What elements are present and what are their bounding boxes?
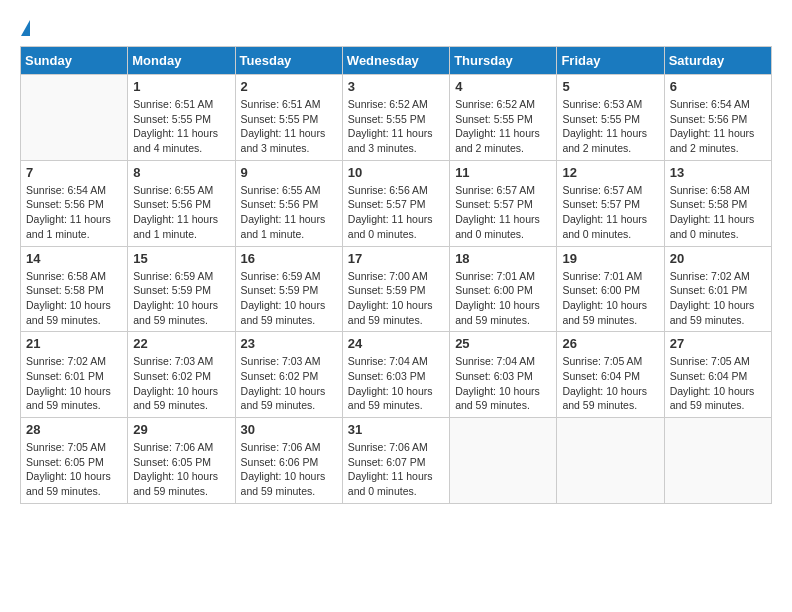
day-info: Sunrise: 7:06 AMSunset: 6:05 PMDaylight:… [133, 440, 229, 499]
day-number: 8 [133, 165, 229, 180]
day-number: 9 [241, 165, 337, 180]
day-number: 12 [562, 165, 658, 180]
calendar-cell: 13Sunrise: 6:58 AMSunset: 5:58 PMDayligh… [664, 160, 771, 246]
day-info: Sunrise: 6:55 AMSunset: 5:56 PMDaylight:… [241, 183, 337, 242]
day-number: 18 [455, 251, 551, 266]
day-number: 3 [348, 79, 444, 94]
day-number: 17 [348, 251, 444, 266]
day-info: Sunrise: 7:05 AMSunset: 6:05 PMDaylight:… [26, 440, 122, 499]
day-number: 27 [670, 336, 766, 351]
calendar-cell: 15Sunrise: 6:59 AMSunset: 5:59 PMDayligh… [128, 246, 235, 332]
day-number: 6 [670, 79, 766, 94]
day-info: Sunrise: 6:55 AMSunset: 5:56 PMDaylight:… [133, 183, 229, 242]
day-info: Sunrise: 6:59 AMSunset: 5:59 PMDaylight:… [241, 269, 337, 328]
day-info: Sunrise: 6:57 AMSunset: 5:57 PMDaylight:… [455, 183, 551, 242]
logo [20, 20, 30, 36]
day-info: Sunrise: 7:06 AMSunset: 6:06 PMDaylight:… [241, 440, 337, 499]
calendar-cell: 9Sunrise: 6:55 AMSunset: 5:56 PMDaylight… [235, 160, 342, 246]
day-info: Sunrise: 7:01 AMSunset: 6:00 PMDaylight:… [455, 269, 551, 328]
day-number: 26 [562, 336, 658, 351]
calendar-cell: 19Sunrise: 7:01 AMSunset: 6:00 PMDayligh… [557, 246, 664, 332]
day-info: Sunrise: 7:06 AMSunset: 6:07 PMDaylight:… [348, 440, 444, 499]
calendar-cell: 3Sunrise: 6:52 AMSunset: 5:55 PMDaylight… [342, 75, 449, 161]
calendar-cell: 27Sunrise: 7:05 AMSunset: 6:04 PMDayligh… [664, 332, 771, 418]
col-header-tuesday: Tuesday [235, 47, 342, 75]
day-number: 31 [348, 422, 444, 437]
col-header-wednesday: Wednesday [342, 47, 449, 75]
day-number: 29 [133, 422, 229, 437]
calendar-cell: 16Sunrise: 6:59 AMSunset: 5:59 PMDayligh… [235, 246, 342, 332]
day-info: Sunrise: 6:53 AMSunset: 5:55 PMDaylight:… [562, 97, 658, 156]
day-info: Sunrise: 6:58 AMSunset: 5:58 PMDaylight:… [670, 183, 766, 242]
col-header-saturday: Saturday [664, 47, 771, 75]
day-info: Sunrise: 6:52 AMSunset: 5:55 PMDaylight:… [455, 97, 551, 156]
day-info: Sunrise: 7:03 AMSunset: 6:02 PMDaylight:… [241, 354, 337, 413]
day-number: 11 [455, 165, 551, 180]
calendar-cell: 12Sunrise: 6:57 AMSunset: 5:57 PMDayligh… [557, 160, 664, 246]
day-info: Sunrise: 7:02 AMSunset: 6:01 PMDaylight:… [26, 354, 122, 413]
day-number: 10 [348, 165, 444, 180]
calendar-cell: 24Sunrise: 7:04 AMSunset: 6:03 PMDayligh… [342, 332, 449, 418]
day-info: Sunrise: 6:51 AMSunset: 5:55 PMDaylight:… [241, 97, 337, 156]
calendar-cell: 29Sunrise: 7:06 AMSunset: 6:05 PMDayligh… [128, 418, 235, 504]
day-number: 20 [670, 251, 766, 266]
calendar-cell [664, 418, 771, 504]
day-number: 23 [241, 336, 337, 351]
day-info: Sunrise: 6:54 AMSunset: 5:56 PMDaylight:… [26, 183, 122, 242]
calendar-week-2: 7Sunrise: 6:54 AMSunset: 5:56 PMDaylight… [21, 160, 772, 246]
day-info: Sunrise: 7:03 AMSunset: 6:02 PMDaylight:… [133, 354, 229, 413]
calendar-cell: 10Sunrise: 6:56 AMSunset: 5:57 PMDayligh… [342, 160, 449, 246]
day-number: 4 [455, 79, 551, 94]
day-info: Sunrise: 6:57 AMSunset: 5:57 PMDaylight:… [562, 183, 658, 242]
calendar-cell: 21Sunrise: 7:02 AMSunset: 6:01 PMDayligh… [21, 332, 128, 418]
col-header-thursday: Thursday [450, 47, 557, 75]
calendar-table: SundayMondayTuesdayWednesdayThursdayFrid… [20, 46, 772, 504]
calendar-cell: 1Sunrise: 6:51 AMSunset: 5:55 PMDaylight… [128, 75, 235, 161]
calendar-cell: 4Sunrise: 6:52 AMSunset: 5:55 PMDaylight… [450, 75, 557, 161]
col-header-friday: Friday [557, 47, 664, 75]
page-header [20, 20, 772, 36]
day-info: Sunrise: 6:58 AMSunset: 5:58 PMDaylight:… [26, 269, 122, 328]
day-number: 2 [241, 79, 337, 94]
day-number: 13 [670, 165, 766, 180]
day-number: 7 [26, 165, 122, 180]
calendar-cell: 31Sunrise: 7:06 AMSunset: 6:07 PMDayligh… [342, 418, 449, 504]
calendar-cell: 25Sunrise: 7:04 AMSunset: 6:03 PMDayligh… [450, 332, 557, 418]
day-info: Sunrise: 6:51 AMSunset: 5:55 PMDaylight:… [133, 97, 229, 156]
day-number: 24 [348, 336, 444, 351]
calendar-cell: 7Sunrise: 6:54 AMSunset: 5:56 PMDaylight… [21, 160, 128, 246]
calendar-cell: 11Sunrise: 6:57 AMSunset: 5:57 PMDayligh… [450, 160, 557, 246]
day-info: Sunrise: 6:52 AMSunset: 5:55 PMDaylight:… [348, 97, 444, 156]
col-header-sunday: Sunday [21, 47, 128, 75]
day-number: 14 [26, 251, 122, 266]
calendar-cell: 17Sunrise: 7:00 AMSunset: 5:59 PMDayligh… [342, 246, 449, 332]
calendar-week-4: 21Sunrise: 7:02 AMSunset: 6:01 PMDayligh… [21, 332, 772, 418]
day-number: 16 [241, 251, 337, 266]
calendar-cell: 14Sunrise: 6:58 AMSunset: 5:58 PMDayligh… [21, 246, 128, 332]
calendar-cell: 8Sunrise: 6:55 AMSunset: 5:56 PMDaylight… [128, 160, 235, 246]
calendar-cell: 23Sunrise: 7:03 AMSunset: 6:02 PMDayligh… [235, 332, 342, 418]
calendar-cell [21, 75, 128, 161]
day-number: 30 [241, 422, 337, 437]
day-number: 21 [26, 336, 122, 351]
calendar-week-3: 14Sunrise: 6:58 AMSunset: 5:58 PMDayligh… [21, 246, 772, 332]
calendar-cell: 2Sunrise: 6:51 AMSunset: 5:55 PMDaylight… [235, 75, 342, 161]
calendar-cell: 20Sunrise: 7:02 AMSunset: 6:01 PMDayligh… [664, 246, 771, 332]
calendar-week-1: 1Sunrise: 6:51 AMSunset: 5:55 PMDaylight… [21, 75, 772, 161]
day-info: Sunrise: 7:05 AMSunset: 6:04 PMDaylight:… [670, 354, 766, 413]
day-number: 22 [133, 336, 229, 351]
calendar-cell: 28Sunrise: 7:05 AMSunset: 6:05 PMDayligh… [21, 418, 128, 504]
day-number: 15 [133, 251, 229, 266]
day-info: Sunrise: 7:04 AMSunset: 6:03 PMDaylight:… [348, 354, 444, 413]
day-info: Sunrise: 7:05 AMSunset: 6:04 PMDaylight:… [562, 354, 658, 413]
calendar-cell: 30Sunrise: 7:06 AMSunset: 6:06 PMDayligh… [235, 418, 342, 504]
calendar-cell [450, 418, 557, 504]
calendar-cell: 6Sunrise: 6:54 AMSunset: 5:56 PMDaylight… [664, 75, 771, 161]
calendar-cell [557, 418, 664, 504]
col-header-monday: Monday [128, 47, 235, 75]
day-number: 1 [133, 79, 229, 94]
logo-triangle-icon [21, 20, 30, 36]
day-number: 28 [26, 422, 122, 437]
calendar-header-row: SundayMondayTuesdayWednesdayThursdayFrid… [21, 47, 772, 75]
day-info: Sunrise: 6:59 AMSunset: 5:59 PMDaylight:… [133, 269, 229, 328]
